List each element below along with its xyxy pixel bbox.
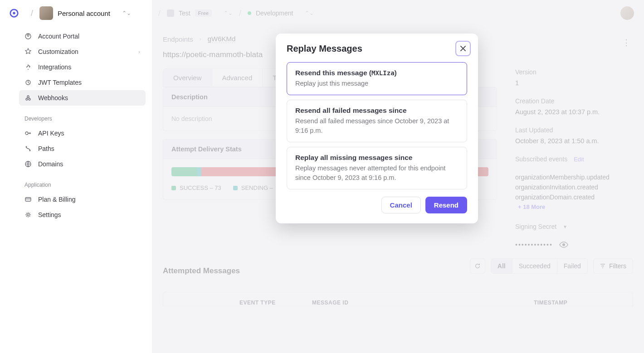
meta-version-label: Version — [515, 68, 633, 76]
account-name: Personal account — [58, 10, 110, 17]
chevron-updown-icon: ⌃⌄ — [305, 10, 314, 16]
event-list: organizationMembership.updated organizat… — [515, 174, 633, 201]
option-title: Replay all missing messages since — [295, 154, 459, 162]
tab-overview[interactable]: Overview — [163, 69, 212, 87]
breadcrumb-endpoints[interactable]: Endpoints — [163, 35, 193, 43]
env-name: Test — [179, 10, 190, 17]
env-name: Development — [256, 10, 293, 17]
environment-switcher-test[interactable]: Test Free ⌃⌄ — [167, 10, 233, 17]
user-avatar[interactable] — [620, 6, 634, 20]
replay-option-replay-missing[interactable]: Replay all missing messages since Replay… — [287, 147, 467, 189]
chevron-right-icon: › — [200, 36, 201, 42]
breadcrumb-separator: / — [239, 9, 241, 18]
attempted-messages-title: Attempted Messages — [163, 266, 240, 276]
svg-point-14 — [562, 243, 565, 246]
sidebar: Account Portal Customization › Integrati… — [0, 27, 152, 353]
option-title: Resend all failed messages since — [295, 106, 459, 115]
svg-point-3 — [27, 34, 29, 36]
nav-label: Settings — [38, 211, 61, 218]
nav-integrations[interactable]: Integrations — [19, 59, 146, 75]
event-item: organizationDomain.created — [515, 193, 633, 201]
meta-updated-label: Last Updated — [515, 126, 633, 134]
cancel-button[interactable]: Cancel — [381, 197, 421, 213]
legend-label: SUCCESS – 73 — [180, 184, 221, 191]
edit-events-link[interactable]: Edit — [574, 156, 584, 163]
nav-customization[interactable]: Customization › — [19, 44, 146, 59]
jwt-icon — [24, 79, 32, 86]
nav-label: Integrations — [38, 63, 71, 71]
option-desc: Resend all failed messages since October… — [295, 116, 459, 135]
chevron-updown-icon: ⌃⌄ — [224, 10, 233, 16]
filter-icon — [600, 263, 605, 269]
nav-jwt-templates[interactable]: JWT Templates — [19, 75, 146, 90]
nav-label: Plan & Billing — [38, 196, 76, 203]
resend-button[interactable]: Resend — [425, 197, 467, 213]
svg-rect-12 — [25, 198, 31, 201]
nav-label: Paths — [38, 145, 54, 152]
billing-icon — [24, 196, 32, 203]
tabs: Overview Advanced T — [163, 68, 287, 87]
replay-option-resend-failed[interactable]: Resend all failed messages since Resend … — [287, 100, 467, 142]
nav-label: API Keys — [38, 130, 64, 137]
meta-creation-value: August 2, 2023 at 10:37 p.m. — [515, 108, 633, 116]
nav-settings[interactable]: Settings — [19, 207, 146, 222]
nav-api-keys[interactable]: API Keys — [19, 126, 146, 141]
filters-button[interactable]: Filters — [593, 258, 633, 274]
close-icon — [460, 45, 466, 52]
paths-icon — [24, 145, 32, 152]
tab-advanced[interactable]: Advanced — [212, 69, 263, 87]
option-title: Resend this message (MXLIza) — [295, 69, 459, 77]
gear-icon — [24, 211, 32, 218]
account-switcher[interactable]: Personal account ⌃⌄ — [39, 6, 131, 20]
chevron-down-icon[interactable]: ▼ — [563, 224, 567, 229]
th-message-id: MESSAGE ID — [312, 300, 534, 306]
nav-webhooks[interactable]: Webhooks — [19, 90, 146, 106]
avatar-icon — [39, 6, 53, 20]
svg-point-13 — [27, 214, 29, 216]
nav-label: JWT Templates — [38, 79, 82, 86]
filters-label: Filters — [609, 262, 626, 270]
nav-label: Account Portal — [38, 33, 79, 40]
environment-switcher-dev[interactable]: Development ⌃⌄ — [248, 10, 314, 17]
svg-point-9 — [26, 146, 27, 148]
modal-close-button[interactable] — [455, 41, 471, 56]
nav-plan-billing[interactable]: Plan & Billing — [19, 192, 146, 207]
reveal-secret-button[interactable] — [559, 242, 568, 248]
customization-icon — [24, 48, 32, 55]
nav-paths[interactable]: Paths — [19, 141, 146, 156]
events-more-link[interactable]: + 18 More — [515, 203, 633, 210]
key-icon — [24, 130, 32, 137]
stats-segment-sending — [197, 167, 201, 176]
environment-icon — [167, 10, 174, 17]
svg-point-5 — [26, 98, 28, 100]
status-filter: All Succeeded Failed — [491, 258, 588, 274]
meta-updated-value: October 8, 2023 at 1:50 a.m. — [515, 137, 633, 145]
legend-item: SENDING – — [233, 184, 273, 191]
refresh-icon — [474, 263, 481, 269]
meta-secret-label: Signing Secret — [515, 223, 556, 230]
refresh-button[interactable] — [470, 258, 485, 274]
meta-events-label: Subscribed events — [515, 155, 567, 163]
plan-badge: Free — [195, 10, 212, 17]
endpoint-menu-button[interactable]: ⋮ — [620, 35, 633, 50]
svg-point-1 — [13, 12, 15, 15]
globe-icon — [24, 160, 32, 168]
legend-dot-icon — [171, 186, 176, 190]
nav-label: Webhooks — [38, 94, 68, 102]
seg-all[interactable]: All — [491, 259, 512, 273]
option-desc: Replay messages never attempted for this… — [295, 164, 459, 183]
breadcrumb-separator: / — [158, 9, 161, 18]
nav-label: Customization — [38, 48, 78, 55]
nav-domains[interactable]: Domains — [19, 156, 146, 172]
replay-option-resend-this[interactable]: Resend this message (MXLIza) Replay just… — [287, 62, 467, 95]
app-logo-icon — [9, 8, 19, 18]
svg-point-7 — [27, 96, 29, 97]
webhooks-icon — [24, 94, 32, 102]
seg-succeeded[interactable]: Succeeded — [512, 259, 557, 273]
messages-table-header: EVENT TYPE MESSAGE ID TIMESTAMP — [163, 292, 633, 306]
status-dot-icon — [248, 11, 251, 15]
modal-title: Replay Messages — [287, 44, 467, 54]
chevron-updown-icon: ⌃⌄ — [122, 10, 131, 16]
seg-failed[interactable]: Failed — [557, 259, 587, 273]
nav-account-portal[interactable]: Account Portal — [19, 29, 146, 44]
